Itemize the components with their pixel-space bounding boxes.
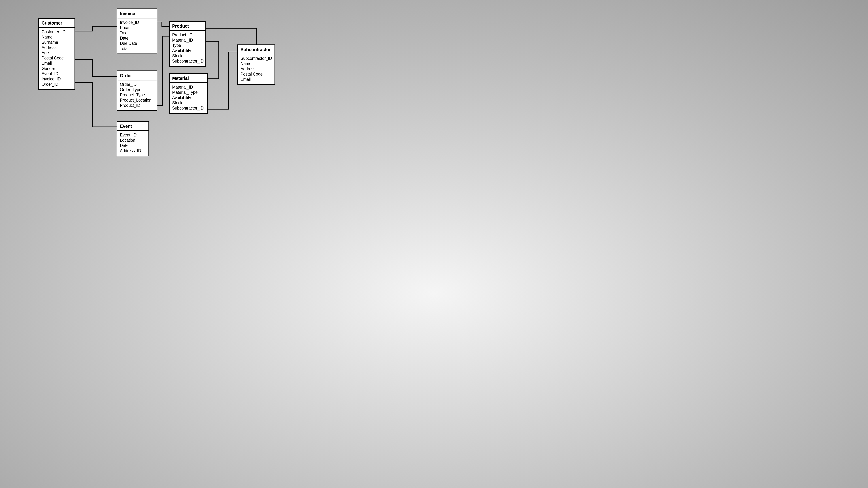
entity-customer-fields: Customer_ID Name Surname Address Age Pos… [39, 28, 74, 89]
field: Product_ID [172, 32, 203, 38]
field: Location [120, 138, 146, 143]
field: Product_Location [120, 98, 154, 103]
entity-event: Event Event_ID Location Date Address_ID [117, 121, 149, 156]
field: Order_Type [120, 87, 154, 92]
field: Product_Type [120, 92, 154, 98]
field: Address [241, 66, 272, 72]
field: Due Date [120, 41, 154, 46]
field: Material_Type [172, 90, 205, 95]
field: Invoice_ID [41, 76, 72, 82]
entity-customer: Customer Customer_ID Name Surname Addres… [38, 18, 75, 90]
field: Event_ID [120, 132, 146, 138]
field: Order_ID [120, 82, 154, 87]
field: Email [241, 77, 272, 82]
entity-order-fields: Order_ID Order_Type Product_Type Product… [117, 80, 157, 110]
field: Subcontractor_ID [241, 56, 272, 61]
field: Type [172, 43, 203, 48]
entity-customer-title: Customer [39, 19, 74, 28]
field: Event_ID [41, 71, 72, 76]
field: Product_ID [120, 103, 154, 108]
entity-invoice: Invoice Invoice_ID Price Tax Date Due Da… [117, 8, 157, 54]
entity-product: Product Product_ID Material_ID Type Avai… [169, 21, 206, 67]
entity-event-title: Event [117, 122, 149, 131]
entity-subcontractor-fields: Subcontractor_ID Name Address Postal Cod… [238, 55, 275, 84]
entity-order-title: Order [117, 71, 157, 80]
field: Postal Code [41, 56, 72, 61]
field: Email [41, 61, 72, 66]
field: Gender [41, 66, 72, 71]
field: Stock [172, 100, 205, 105]
field: Material_ID [172, 85, 205, 90]
entity-subcontractor: Subcontractor Subcontractor_ID Name Addr… [237, 44, 275, 85]
field: Availability [172, 95, 205, 100]
entity-material-fields: Material_ID Material_Type Availability S… [169, 83, 207, 113]
field: Tax [120, 30, 154, 36]
entity-material-title: Material [169, 74, 207, 83]
field: Surname [41, 40, 72, 45]
field: Customer_ID [41, 29, 72, 35]
field: Name [241, 61, 272, 66]
entity-material: Material Material_ID Material_Type Avail… [169, 73, 208, 114]
entity-order: Order Order_ID Order_Type Product_Type P… [117, 70, 157, 111]
field: Availability [172, 48, 203, 53]
field: Invoice_ID [120, 20, 154, 25]
field: Subcontractor_ID [172, 105, 205, 111]
field: Age [41, 50, 72, 56]
entity-invoice-fields: Invoice_ID Price Tax Date Due Date Total [117, 19, 157, 54]
field: Address_ID [120, 148, 146, 154]
field: Address [41, 45, 72, 50]
field: Price [120, 25, 154, 30]
field: Material_ID [172, 38, 203, 43]
entity-invoice-title: Invoice [117, 9, 157, 19]
entity-product-title: Product [169, 22, 206, 31]
entity-subcontractor-title: Subcontractor [238, 45, 275, 55]
field: Name [41, 35, 72, 40]
field: Stock [172, 53, 203, 59]
field: Total [120, 46, 154, 51]
entity-event-fields: Event_ID Location Date Address_ID [117, 131, 149, 156]
entity-product-fields: Product_ID Material_ID Type Availability… [169, 31, 206, 66]
field: Date [120, 143, 146, 148]
field: Date [120, 36, 154, 41]
field: Order_ID [41, 82, 72, 87]
field: Postal Code [241, 72, 272, 77]
field: Subcontractor_ID [172, 59, 203, 64]
